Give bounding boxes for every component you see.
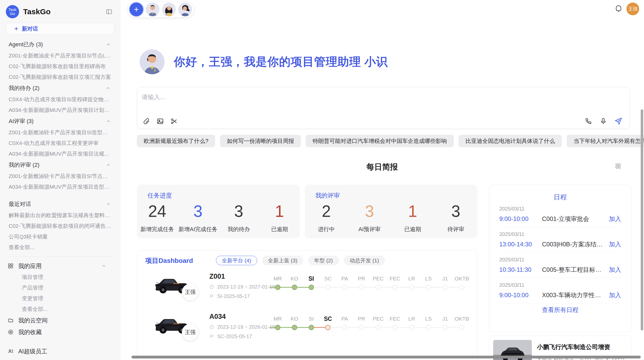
sidebar-app-project-mgmt[interactable]: 项目管理 (0, 272, 120, 282)
tab-model-year[interactable]: 年型 (2) (308, 256, 339, 265)
sidebar-item-favorites[interactable]: 我的收藏 (0, 326, 120, 338)
suggestion-chip[interactable]: 比亚迪全固态电池计划具体说了什么 (459, 135, 562, 147)
new-chat-label: 新对话 (22, 25, 38, 32)
avatar[interactable] (146, 3, 159, 16)
schedule-card: 日程 2025/03/11 9:00-10:00 C001-立项审批会 加入 2… (489, 185, 632, 332)
sidebar-item[interactable]: C02-飞腾新能源轻客改款项目的闭环通告反馈情况 (0, 221, 120, 231)
stat-label: 进行中 (305, 226, 348, 233)
layout-grid-icon[interactable] (615, 163, 621, 169)
tab-new-body[interactable]: 全新上装 (3) (262, 256, 303, 265)
sidebar-item-cloud-space[interactable]: 我的云空间 (0, 314, 120, 326)
suggestion-chip[interactable]: 当下年轻人对汽车外观有怎样的喜好趋势 (567, 135, 644, 147)
chevron-up-icon (106, 162, 111, 168)
sidebar-item[interactable]: A034-全新新能源MUV产品开发项目法规符合性评审 (0, 148, 120, 159)
join-link[interactable]: 加入 (609, 240, 621, 248)
stat-value: 24 (137, 201, 178, 222)
milestone: J1 (437, 314, 453, 331)
join-link[interactable]: 加入 (609, 266, 621, 274)
milestone-dot (453, 284, 470, 291)
project-row[interactable] (143, 350, 472, 360)
event-name: C005-整车工程目标评审 (542, 266, 605, 274)
sidebar-item[interactable]: C02-飞腾新能源轻客改款项目里程碑画布 (0, 61, 120, 72)
people-icon (8, 348, 14, 354)
vertical-scrollbar[interactable] (641, 109, 643, 331)
sidebar-item-help-me-write[interactable]: 帮我写作 (0, 357, 120, 360)
project-info: A034 2023-12-19 ~ 2026-01-19 SC-2025-05-… (209, 313, 275, 339)
panel-collapse-icon[interactable] (106, 8, 112, 15)
section-recent-chats[interactable]: 最近对话 (0, 198, 120, 210)
sidebar-app-view-all[interactable]: 查看全部... (0, 304, 120, 314)
milestone: KO (286, 274, 303, 291)
stat: 1 已逾期 (391, 201, 434, 233)
milestone: LR (403, 314, 420, 331)
project-row[interactable]: 王强 Z001 2023-12-19 ~ 2027-01-19 SI-2025-… (143, 270, 472, 309)
milestone-label: OKTB (455, 314, 469, 323)
phone-icon[interactable] (585, 117, 592, 125)
sidebar-item[interactable]: 公司Q3轻卡销量 (0, 231, 120, 242)
sidebar-item[interactable]: Z001-全新燃油轻卡产品开发项目SI造型提交物评审 (0, 127, 120, 138)
milestone-label: PR (358, 274, 365, 283)
event-name: C003|H0B-方案冻结评审 (542, 240, 605, 248)
project-row[interactable]: 王强 A034 2023-12-19 ~ 2026-01-19 SC-2025-… (143, 310, 472, 349)
sidebar-item[interactable]: Z001-全新燃油轻卡产品开发项目SI节点属性5D文件评审 (0, 171, 120, 182)
milestone-dot (387, 284, 403, 291)
suggestion-chip[interactable]: 如何写一份清晰的项目周报 (220, 135, 301, 147)
event-time: 10:30-11:30 (499, 266, 542, 273)
sidebar-app-product-mgmt[interactable]: 产品管理 (0, 282, 120, 293)
section-ai-review[interactable]: AI评审 (3) (0, 115, 120, 127)
milestone-dot (420, 324, 437, 331)
stat-label: 待评审 (434, 226, 477, 233)
section-my-review[interactable]: 我的评审 (2) (0, 159, 120, 171)
composer-right-tools (585, 117, 622, 125)
section-my-todo[interactable]: 我的待办 (2) (0, 82, 120, 94)
event-time: 13:00-14:30 (499, 241, 542, 248)
view-all-schedule-link[interactable]: 查看所有日程 (499, 306, 621, 314)
suggestion-chip[interactable]: 特朗普可能对进口汽车增税会对中国车企造成哪些影响 (306, 135, 454, 147)
sidebar-item[interactable]: A034-全新新能源MUV产品开发项目计划变更表编写 (0, 105, 120, 115)
sidebar-item[interactable]: Z001-全新燃油皮卡产品开发项目SI节点Lesson Learn报告 (0, 50, 120, 61)
paperclip-icon[interactable] (143, 117, 150, 125)
section-agent-done[interactable]: Agent已办 (3) (0, 39, 120, 50)
milestone: SC (319, 314, 336, 331)
avatar[interactable] (178, 3, 192, 16)
sidebar-item[interactable]: 解释最新出台的欧盟报废车法规再生塑料比例被调至15%... (0, 210, 120, 221)
milestone-chain: MR KO SI SC PA PR PEC FEC LR LS J1 OKTB (269, 314, 470, 331)
sidebar-item[interactable]: C02-飞腾新能源轻客改款项目立项汇报方案 (0, 72, 120, 82)
milestone: FEC (387, 314, 403, 331)
daily-brief-title: 每日简报 (120, 162, 644, 172)
tab-powertrain[interactable]: 动总开发 (1) (344, 256, 385, 265)
mic-icon[interactable] (599, 117, 607, 125)
new-chat-button[interactable]: 新对话 (6, 23, 114, 35)
tab-new-platform[interactable]: 全新平台 (4) (216, 256, 257, 265)
card-title: 我的评审 (315, 191, 340, 200)
scissors-icon[interactable] (170, 117, 178, 125)
sidebar-item[interactable]: A034-全新新能源MUV产品开发项目造型可行性评审 (0, 182, 120, 192)
stat-value: 3 (178, 201, 218, 222)
news-title: 小鹏飞行汽车制造公司增资 (537, 343, 627, 351)
sidebar-item-view-all[interactable]: 查看全部... (0, 242, 120, 253)
milestone-dot (336, 284, 353, 291)
add-agent-button[interactable] (129, 3, 143, 16)
stat-value: 1 (391, 201, 434, 222)
sidebar-item-my-apps[interactable]: 我的应用 (0, 260, 120, 272)
send-icon[interactable] (614, 117, 622, 125)
sidebar-item-ai-super-staff[interactable]: AI超级员工 (0, 346, 120, 357)
sidebar-item[interactable]: C0X4-动力总成开发项目SI里程碑提交物检查 (0, 94, 120, 105)
chat-input[interactable] (142, 91, 549, 103)
stat-value: 3 (348, 201, 391, 222)
user-avatar[interactable]: 王强 (626, 3, 639, 15)
event-date: 2025/03/11 (499, 206, 621, 212)
event-time: 9:00-10:00 (499, 215, 542, 222)
horizontal-scrollbar[interactable] (131, 356, 641, 358)
milestone-dot (370, 284, 387, 291)
sidebar-item[interactable]: C0X4-动力总成开发项目工程变更评审 (0, 138, 120, 148)
join-link[interactable]: 加入 (609, 215, 621, 223)
sidebar-app-change-mgmt[interactable]: 变更管理 (0, 293, 120, 304)
image-icon[interactable] (156, 117, 164, 125)
milestone-label: LR (408, 274, 415, 283)
bell-icon[interactable] (615, 5, 622, 12)
join-link[interactable]: 加入 (609, 291, 621, 299)
avatar[interactable] (162, 3, 176, 16)
suggestion-chip[interactable]: 欧洲新规最近颁布了什么? (137, 135, 215, 147)
milestone-dot (453, 324, 470, 331)
